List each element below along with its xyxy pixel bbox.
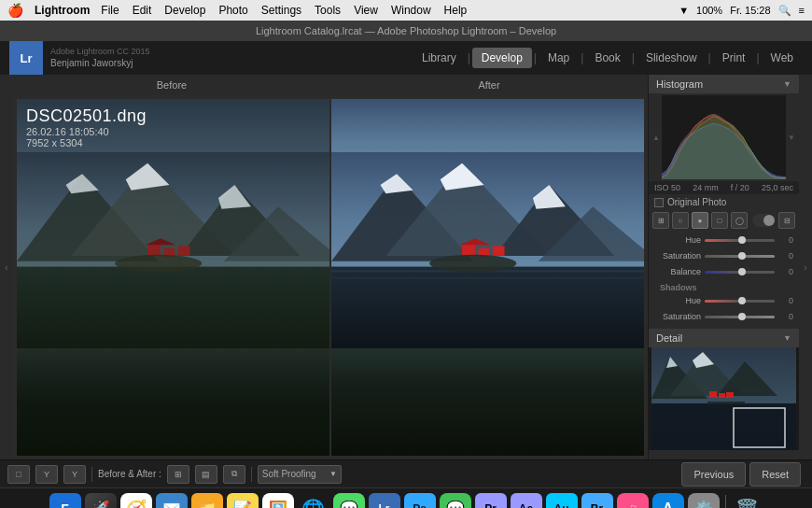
dock-chrome[interactable]: 🌐 xyxy=(298,493,329,509)
dock-safari[interactable]: 🧭 xyxy=(120,493,152,509)
tool-row: ⊞ ○ ● □ ◯ ⊟ xyxy=(649,210,799,231)
menu-file[interactable]: File xyxy=(101,4,119,17)
menu-edit[interactable]: Edit xyxy=(133,4,152,17)
toggle-tool[interactable]: ⊟ xyxy=(778,212,795,229)
dock-itunes[interactable]: ♫ xyxy=(617,493,649,509)
after-label: After xyxy=(330,79,648,91)
filename: DSC02501.dng xyxy=(26,106,147,126)
balance-track[interactable] xyxy=(705,271,775,274)
dock-mail[interactable]: ✉️ xyxy=(156,493,188,509)
histogram-collapse-icon[interactable]: ▼ xyxy=(783,79,791,89)
hue-track[interactable] xyxy=(705,239,775,242)
saturation-track[interactable] xyxy=(705,255,775,258)
dock-trash[interactable]: 🗑️ xyxy=(732,493,763,509)
before-photo-panel[interactable]: DSC02501.dng 26.02.16 18:05:40 7952 x 53… xyxy=(17,99,329,456)
window-title: Lightroom Catalog.lrcat — Adobe Photosho… xyxy=(256,25,556,36)
hue-value: 0 xyxy=(778,235,793,245)
dock-launchpad[interactable]: 🚀 xyxy=(85,493,117,509)
aperture: f / 20 xyxy=(731,183,749,192)
nav-library[interactable]: Library xyxy=(413,48,466,68)
search-icon[interactable]: 🔍 xyxy=(778,5,791,17)
nav-develop[interactable]: Develop xyxy=(472,48,532,68)
dock-chat[interactable]: 💬 xyxy=(440,493,471,509)
histogram-scroll-left[interactable]: ▲ xyxy=(651,95,662,179)
square-tool[interactable]: □ xyxy=(711,212,728,229)
histogram-title: Histogram xyxy=(656,78,703,90)
iso-row: ISO 50 24 mm f / 20 25,0 sec xyxy=(649,181,799,194)
tool-size-slider[interactable] xyxy=(752,214,774,227)
nav-map[interactable]: Map xyxy=(539,48,579,68)
before-photo-canvas: DSC02501.dng 26.02.16 18:05:40 7952 x 53… xyxy=(17,99,329,456)
before-after-label: Before & After : xyxy=(98,469,161,479)
split-btn-1[interactable]: ⊞ xyxy=(167,465,189,484)
dock-ps[interactable]: Ps xyxy=(404,493,436,509)
right-panel: Histogram ▼ ▲ ▼ xyxy=(648,75,799,459)
dock-messages[interactable]: 💬 xyxy=(333,493,365,509)
original-photo-checkbox[interactable] xyxy=(654,198,664,207)
detail-header[interactable]: Detail ▼ xyxy=(649,329,799,347)
app-name[interactable]: Lightroom xyxy=(35,4,90,17)
svg-rect-25 xyxy=(462,246,475,257)
nav-web[interactable]: Web xyxy=(762,48,803,68)
view-mode-btn-1[interactable]: □ xyxy=(7,465,30,484)
hue-knob[interactable] xyxy=(738,236,746,244)
left-panel-toggle[interactable]: ‹ xyxy=(0,75,13,459)
previous-button[interactable]: Previous xyxy=(681,462,746,487)
nav-book[interactable]: Book xyxy=(585,48,629,68)
detail-collapse-icon[interactable]: ▼ xyxy=(783,333,791,343)
histogram-scroll-right[interactable]: ▼ xyxy=(786,95,797,179)
menu-help[interactable]: Help xyxy=(444,4,468,17)
menu-tools[interactable]: Tools xyxy=(315,4,341,17)
menu-view[interactable]: View xyxy=(354,4,378,17)
circle-fill-tool[interactable]: ● xyxy=(692,212,708,229)
view-mode-btn-2[interactable]: Y xyxy=(35,465,58,484)
menu-window[interactable]: Window xyxy=(391,4,431,17)
detail-thumb-svg xyxy=(649,347,799,450)
nav-print[interactable]: Print xyxy=(713,48,755,68)
saturation-knob[interactable] xyxy=(738,252,746,260)
dock-br[interactable]: Br xyxy=(581,493,613,509)
split-btn-3[interactable]: ⧉ xyxy=(223,465,245,484)
dock-au[interactable]: Au xyxy=(546,493,578,509)
menu-items: File Edit Develop Photo Settings Tools V… xyxy=(101,4,467,17)
lr-nav: Library | Develop | Map | Book | Slidesh… xyxy=(413,48,803,68)
shadows-hue-value: 0 xyxy=(778,296,793,305)
balance-knob[interactable] xyxy=(738,268,746,275)
menu-develop[interactable]: Develop xyxy=(164,4,205,17)
shadows-hue-knob[interactable] xyxy=(738,297,746,304)
right-panel-toggle[interactable]: › xyxy=(799,75,812,459)
original-photo-label: Original Photo xyxy=(667,197,726,207)
view-mode-btn-3[interactable]: Y xyxy=(63,465,86,484)
control-strip-icon[interactable]: ≡ xyxy=(799,5,805,16)
grid-tool[interactable]: ⊞ xyxy=(652,212,669,229)
dock-system[interactable]: ⚙️ xyxy=(688,493,720,509)
dock-ae[interactable]: Ae xyxy=(511,493,542,509)
circle-tool[interactable]: ○ xyxy=(672,212,689,229)
svg-rect-40 xyxy=(709,391,717,398)
sliders-section: Hue 0 Saturation 0 Balance 0 xyxy=(649,231,799,327)
menu-settings[interactable]: Settings xyxy=(261,4,301,17)
oval-tool[interactable]: ◯ xyxy=(731,212,748,229)
dock-lr[interactable]: Lr xyxy=(369,493,400,509)
soft-proofing-label: Soft Proofing xyxy=(262,469,316,479)
dock-premiere[interactable]: Pr xyxy=(475,493,507,509)
after-photo-panel[interactable] xyxy=(331,99,644,456)
shadows-sat-knob[interactable] xyxy=(738,313,746,320)
shadows-hue-track[interactable] xyxy=(705,300,775,303)
split-btn-2[interactable]: ▤ xyxy=(195,465,217,484)
dock-finder2[interactable]: 📁 xyxy=(191,493,223,509)
reset-button[interactable]: Reset xyxy=(749,462,801,487)
dock-notes[interactable]: 📝 xyxy=(227,493,259,509)
nav-slideshow[interactable]: Slideshow xyxy=(637,48,707,68)
soft-proofing-dropdown[interactable]: Soft Proofing ▼ xyxy=(258,465,342,484)
shadows-sat-track[interactable] xyxy=(705,316,775,318)
svg-rect-9 xyxy=(147,246,161,257)
histogram-header[interactable]: Histogram ▼ xyxy=(649,75,799,93)
dock-photos[interactable]: 🖼️ xyxy=(262,493,294,509)
username: Benjamin Jaworskyj xyxy=(50,57,150,69)
apple-menu[interactable]: 🍎 xyxy=(7,3,23,18)
menu-photo[interactable]: Photo xyxy=(218,4,247,17)
photos-area: DSC02501.dng 26.02.16 18:05:40 7952 x 53… xyxy=(13,95,648,459)
dock-appstore[interactable]: A xyxy=(652,493,684,509)
dock-finder[interactable]: F xyxy=(49,493,81,509)
